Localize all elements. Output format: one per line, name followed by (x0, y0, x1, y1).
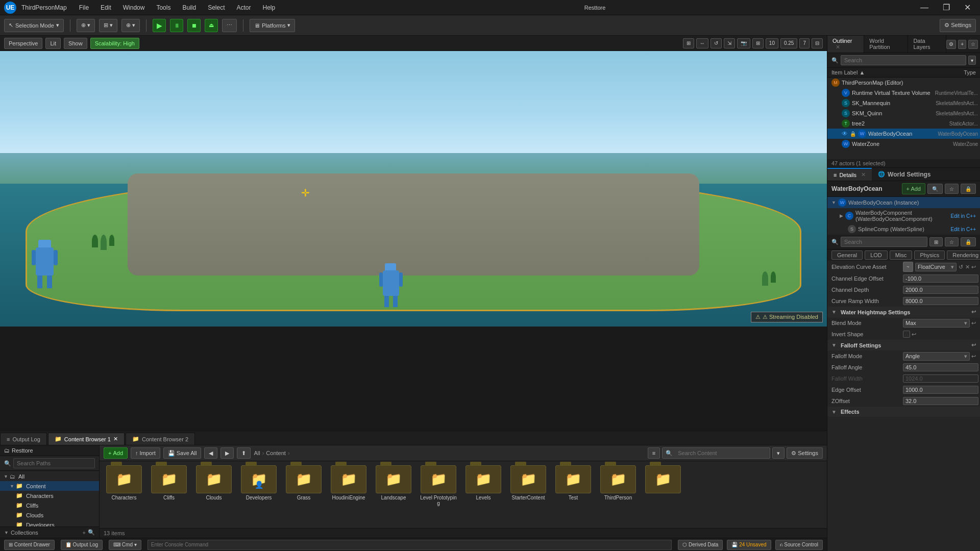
coord-button[interactable]: ⊕ ▾ (121, 19, 140, 32)
tree-item-clouds[interactable]: 📁 Clouds (0, 510, 99, 520)
outliner-item-water-body-ocean[interactable]: 👁 🔒 W WaterBodyOcean WaterBodyOcean (827, 129, 980, 139)
show-button[interactable]: Show (64, 38, 87, 49)
reload-icon[interactable]: ↺ (959, 264, 963, 270)
breadcrumb-all[interactable]: All (254, 450, 260, 456)
filter-general[interactable]: General (831, 251, 863, 260)
folder-cliffs[interactable]: 📁 Cliffs (149, 465, 189, 506)
folder-levels[interactable]: 📁 Levels (463, 465, 504, 506)
folder-characters[interactable]: 📁 Characters (104, 465, 144, 506)
menu-select[interactable]: Select (206, 3, 227, 12)
perspective-button[interactable]: Perspective (4, 38, 42, 49)
pause-button[interactable]: ⏸ (170, 19, 183, 32)
folder-level-prototyping[interactable]: 📁 Level Prototyping (418, 465, 459, 506)
menu-help[interactable]: Help (261, 3, 278, 12)
collections-add-icon[interactable]: + (83, 530, 86, 536)
effects-section[interactable]: ▼ Effects (827, 407, 980, 417)
water-heightmap-section[interactable]: ▼ Water Heightmap Settings ↩ (827, 307, 980, 317)
outliner-item-thirdpersonmap[interactable]: M ThirdPersonMap (Editor) (827, 78, 980, 88)
add-button[interactable]: + Add (104, 447, 128, 459)
curve-ramp-width-input[interactable] (903, 297, 978, 305)
viewport-mode-icon[interactable]: ⊞ (683, 38, 694, 48)
folder-clouds[interactable]: 📁 Clouds (193, 465, 234, 506)
close-button[interactable]: ✕ (959, 0, 976, 15)
folder-grass[interactable]: 📁 Grass (283, 465, 324, 506)
outliner-bookmark-button[interactable]: ☆ (968, 40, 978, 49)
viewport-rotate-icon[interactable]: ↺ (710, 38, 722, 48)
tab-world-partition[interactable]: World Partition (864, 36, 908, 53)
outliner-close-icon[interactable]: ✕ (836, 44, 840, 50)
tree-item-cliffs[interactable]: 📁 Cliffs (0, 500, 99, 510)
tab-data-layers[interactable]: Data Layers (908, 36, 946, 53)
component-water-body-ocean[interactable]: ▼ W WaterBodyOcean (Instance) (827, 197, 980, 208)
viewport-snap-val[interactable]: 0.25 (780, 38, 797, 48)
outliner-item-sk-mannequin[interactable]: S SK_Mannequin SkeletalMeshAct... (827, 98, 980, 108)
viewport-grid-10[interactable]: 10 (766, 38, 778, 48)
cmd-button[interactable]: ⌨ Cmd ▾ (109, 540, 141, 550)
folder-houdini[interactable]: 📁 HoudiniEngine (328, 465, 369, 506)
details-bookmark2-button[interactable]: ☆ (945, 237, 959, 246)
derived-data-button[interactable]: ⬡ Derived Data (678, 540, 723, 550)
viewport-fov[interactable]: 7 (799, 38, 810, 48)
details-search-button[interactable]: 🔍 (927, 184, 943, 194)
tab-outliner[interactable]: Outliner ✕ (827, 36, 864, 53)
transform-button[interactable]: ⊕ ▾ (77, 19, 95, 32)
add-component-button[interactable]: + Add (902, 183, 925, 194)
outliner-item-water-zone[interactable]: W WaterZone WaterZone (827, 139, 980, 149)
maximize-button[interactable]: ❐ (938, 0, 955, 15)
details-lock2-button[interactable]: 🔒 (961, 237, 976, 246)
viewport-3d[interactable]: ✛ ⚠ ⚠ Streaming Disabled (0, 51, 827, 327)
tree-item-characters[interactable]: 📁 Characters (0, 491, 99, 500)
filter-button[interactable]: ▾ (772, 447, 785, 459)
outliner-search-input[interactable] (841, 55, 966, 65)
menu-build[interactable]: Build (180, 3, 198, 12)
folder-extra[interactable]: 📁 (643, 465, 683, 506)
sort-button[interactable]: ≡ (648, 447, 660, 459)
stop-button[interactable]: ⏹ (187, 19, 201, 32)
filter-misc[interactable]: Misc (890, 251, 913, 260)
reset-falloff-mode-icon[interactable]: ↩ (971, 353, 976, 360)
collections-search-icon[interactable]: 🔍 (88, 529, 95, 536)
tab-world-settings[interactable]: 🌐 World Settings (872, 168, 937, 181)
content-drawer-button[interactable]: ⊞ Content Drawer (4, 540, 55, 550)
search-paths-input[interactable] (13, 458, 95, 468)
folder-test[interactable]: 📁 Test (553, 465, 594, 506)
component-spline-comp[interactable]: S SplineComp (WaterSpline) Edit in C++ (827, 223, 980, 235)
z-offset-input[interactable] (903, 397, 978, 405)
unsaved-button[interactable]: 💾 24 Unsaved (727, 540, 771, 550)
lit-button[interactable]: Lit (45, 38, 61, 49)
blend-mode-dropdown[interactable]: Max ▾ (903, 319, 970, 328)
viewport-grid-icon[interactable]: ⊞ (752, 38, 764, 48)
minimize-button[interactable]: — (915, 0, 934, 15)
reset-blend-icon[interactable]: ↩ (971, 320, 976, 327)
viewport-translate-icon[interactable]: ↔ (696, 38, 708, 48)
outliner-item-skm-quinn[interactable]: S SKM_Quinn SkeletalMeshAct... (827, 108, 980, 118)
tab-content-browser-2[interactable]: 📁 Content Browser 2 (126, 433, 195, 445)
console-command-input[interactable] (148, 540, 672, 550)
viewport-camera-icon[interactable]: 📷 (737, 38, 750, 48)
tab-details[interactable]: ≡ Details ✕ (827, 168, 872, 181)
elevation-dropdown[interactable]: FloatCurve ▾ (915, 263, 957, 271)
save-all-button[interactable]: 💾 Save All (163, 447, 202, 459)
folder-landscape[interactable]: 📁 Landscape (373, 465, 414, 506)
content-browser-1-close[interactable]: ✕ (113, 436, 118, 442)
details-close-icon[interactable]: ✕ (861, 171, 866, 178)
output-log-status-button[interactable]: 📋 Output Log (61, 540, 103, 550)
eject-button[interactable]: ⏏ (205, 19, 218, 32)
col-item-label[interactable]: Item Label ▲ (831, 69, 964, 76)
tree-item-developers[interactable]: 📁 Developers (0, 520, 99, 527)
reset-elevation-icon[interactable]: ↩ (971, 264, 976, 270)
edge-offset-input[interactable] (903, 386, 978, 394)
mode-button[interactable]: ↖ Selection Mode ▾ (4, 19, 64, 32)
clear-icon[interactable]: ✕ (965, 264, 970, 270)
details-search-input[interactable] (841, 237, 927, 247)
import-button[interactable]: ↑ Import (131, 447, 160, 459)
tab-output-log[interactable]: ≡ Output Log (0, 433, 47, 445)
filter-rendering[interactable]: Rendering (947, 251, 980, 260)
folder-developers[interactable]: 📁 👤 Developers (238, 465, 279, 506)
details-bookmark-button[interactable]: ☆ (945, 184, 959, 194)
details-view-options[interactable]: ⊞ (929, 237, 943, 246)
edit-cpp-1[interactable]: Edit in C++ (951, 213, 976, 219)
menu-actor[interactable]: Actor (235, 3, 253, 12)
viewport-layout-icon[interactable]: ⊟ (812, 38, 823, 48)
search-content-input[interactable] (675, 448, 767, 458)
